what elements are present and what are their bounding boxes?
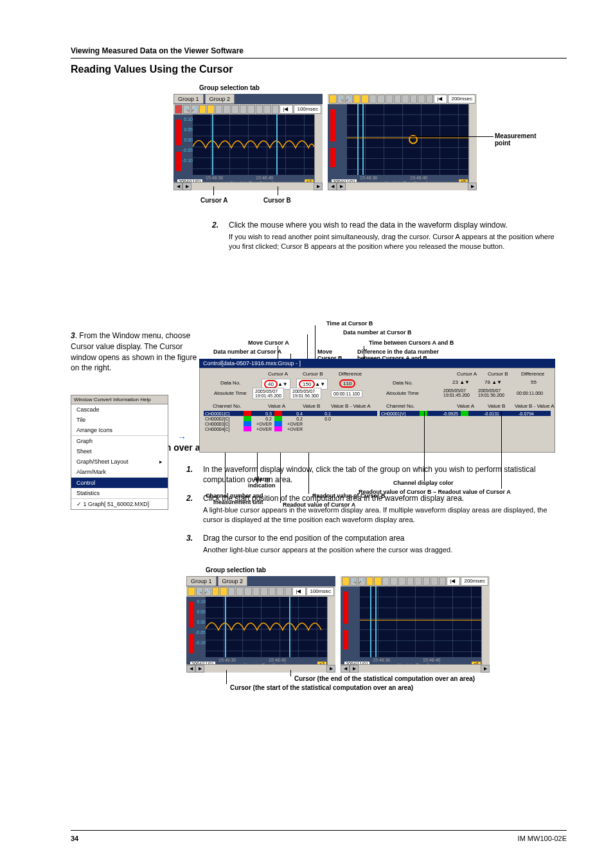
toolbar-icon[interactable] <box>418 95 425 104</box>
scroll-right-icon[interactable]: ▶ <box>314 183 323 190</box>
toolbar-icon[interactable] <box>260 587 268 596</box>
toolbar-icon[interactable] <box>272 105 280 114</box>
toolbar-icon[interactable] <box>285 587 292 596</box>
graph-area[interactable] <box>347 104 469 175</box>
menu-bar[interactable]: Window Convert Information Help <box>71 395 168 404</box>
arrow-controls[interactable]: |◀ ▶ <box>292 587 306 596</box>
toolbar-icon[interactable] <box>407 577 414 586</box>
toolbar-icon[interactable] <box>236 587 244 596</box>
arrow-controls[interactable]: |◀ ▶ <box>280 105 293 114</box>
scroll-right-icon[interactable]: ▶ <box>182 183 191 190</box>
cursor-b-line[interactable] <box>362 104 364 175</box>
cursor-a-line[interactable] <box>212 114 213 175</box>
toolbar-icon[interactable] <box>382 577 390 586</box>
scrollbar-v[interactable] <box>468 104 477 183</box>
toolbar-icon[interactable] <box>414 577 422 586</box>
stat-cursor-start[interactable] <box>370 586 371 657</box>
zoom-in-icon[interactable]: 🔍 <box>196 587 204 596</box>
leader-line <box>308 453 309 494</box>
graph-area[interactable] <box>206 597 328 657</box>
toolbar-icon[interactable] <box>353 95 361 104</box>
tab-group2[interactable]: Group 2 <box>205 94 235 104</box>
toolbar-icon[interactable] <box>423 577 431 586</box>
toolbar-icon[interactable] <box>212 587 220 596</box>
toolbar-icon[interactable] <box>263 105 271 114</box>
zoom-in-icon[interactable]: 🔍 <box>350 577 358 586</box>
toolbar-icon[interactable] <box>374 577 382 586</box>
toolbar-icon[interactable] <box>223 105 231 114</box>
zoom-out-icon[interactable]: 🔎 <box>345 95 353 104</box>
toolbar-icon[interactable] <box>426 95 434 104</box>
toolbar-icon[interactable] <box>431 577 438 586</box>
menu-item-tile[interactable]: Tile <box>71 415 168 425</box>
toolbar-icon[interactable] <box>244 587 252 596</box>
cursor-b-line[interactable] <box>276 114 278 175</box>
scrollbar-v[interactable] <box>327 597 335 665</box>
menu-item-graph[interactable]: Graph <box>71 436 168 446</box>
leader-line <box>410 136 493 137</box>
toolbar-icon[interactable] <box>390 577 398 586</box>
toolbar-icon[interactable] <box>398 577 406 586</box>
toolbar-icon[interactable] <box>361 95 369 104</box>
mode-icon[interactable] <box>329 95 337 104</box>
menu-item-layout[interactable]: Graph/Sheet Layout▸ <box>71 457 168 467</box>
toolbar-icon[interactable] <box>247 105 255 114</box>
arrow-controls[interactable]: |◀ ▶ <box>447 577 460 586</box>
stat-cursor-end[interactable] <box>375 586 377 657</box>
toolbar-icon[interactable] <box>228 587 236 596</box>
tab-group2[interactable]: Group 2 <box>218 576 248 586</box>
toolbar-icon[interactable] <box>220 587 227 596</box>
tab-group1[interactable]: Group 1 <box>173 94 204 104</box>
toolbar-icon[interactable] <box>386 95 393 104</box>
toolbar-icon[interactable] <box>256 105 263 114</box>
scrollbar-v[interactable] <box>481 586 490 665</box>
scroll-left-icon[interactable]: ◀ <box>173 183 182 190</box>
graph-area[interactable] <box>193 114 315 175</box>
toolbar-icon[interactable] <box>231 105 239 114</box>
menu-item-statistics[interactable]: Statistics <box>71 488 168 498</box>
zoom-out-icon[interactable]: 🔎 <box>358 577 366 586</box>
zoom-out-icon[interactable]: 🔎 <box>204 587 211 596</box>
tab-group1[interactable]: Group 1 <box>186 576 217 586</box>
menu-item-cascade[interactable]: Cascade <box>71 404 168 415</box>
toolbar-icon[interactable] <box>377 95 385 104</box>
toolbar-icon[interactable] <box>402 95 409 104</box>
toolbar-icon[interactable] <box>276 587 284 596</box>
stat-cursor-start[interactable] <box>225 597 226 657</box>
menu-item-sheet[interactable]: Sheet <box>71 446 168 457</box>
scroll-right-icon[interactable]: ▶ <box>337 183 346 190</box>
toolbar-icon[interactable] <box>269 587 276 596</box>
arrow-controls[interactable]: |◀ ▶ <box>434 95 447 104</box>
toolbar-icon[interactable] <box>366 577 374 586</box>
toolbar-icon[interactable] <box>369 95 377 104</box>
scrollbar-v[interactable] <box>314 114 323 183</box>
menu-item-control[interactable]: Control <box>71 478 168 488</box>
menu-item-alarm[interactable]: Alarm/Mark <box>71 467 168 477</box>
scrollbar-h[interactable]: ◀▶▶ <box>173 182 323 190</box>
zoom-in-icon[interactable]: 🔍 <box>337 95 345 104</box>
toolbar-icon[interactable] <box>215 105 223 114</box>
menu-item-arrange[interactable]: Arrange Icons <box>71 425 168 435</box>
scroll-left-icon[interactable]: ◀ <box>328 183 337 190</box>
zoom-in-icon[interactable]: 🔍 <box>183 105 191 114</box>
mode-icon[interactable] <box>188 587 195 596</box>
cursor-a-line[interactable] <box>357 104 359 175</box>
toolbar-icon[interactable] <box>199 105 207 114</box>
zoom-out-icon[interactable]: 🔎 <box>191 105 199 114</box>
scrollbar-h[interactable]: ◀▶▶ <box>328 182 477 190</box>
scroll-right-icon[interactable]: ▶ <box>468 183 477 190</box>
toolbar-icon[interactable] <box>410 95 418 104</box>
mode-icon[interactable] <box>342 577 350 586</box>
toolbar-icon[interactable] <box>394 95 402 104</box>
label-cursor-b: Cursor B <box>263 197 291 204</box>
menu-item-open-graph[interactable]: ✓ 1 Graph[ 51_60002.MXD] <box>71 499 168 509</box>
scrollbar-h[interactable]: ◀▶▶ <box>186 664 335 673</box>
scrollbar-h[interactable]: ◀▶▶ <box>341 664 490 673</box>
stat-cursor-end[interactable] <box>289 597 290 657</box>
toolbar-icon[interactable] <box>439 577 447 586</box>
graph-area[interactable] <box>360 586 482 657</box>
toolbar-icon[interactable] <box>207 105 215 114</box>
toolbar-icon[interactable] <box>253 587 260 596</box>
mode-icon[interactable] <box>175 105 182 114</box>
toolbar-icon[interactable] <box>240 105 247 114</box>
